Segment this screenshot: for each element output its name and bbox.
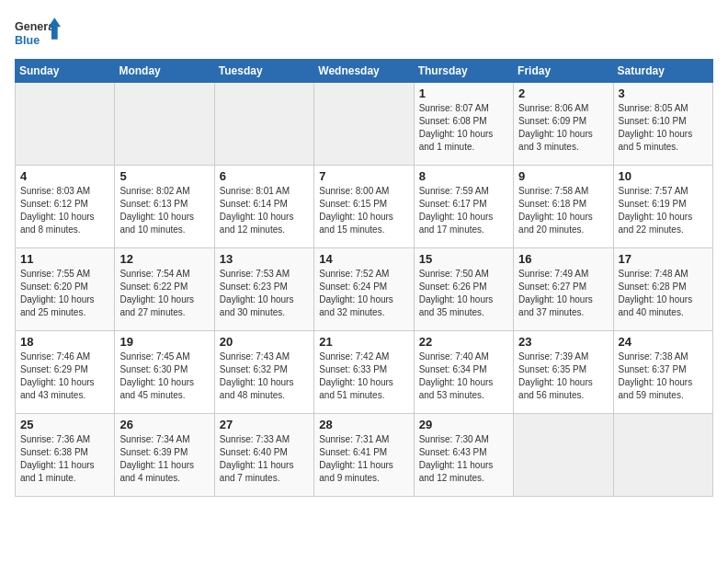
day-info: Sunrise: 7:36 AM Sunset: 6:38 PM Dayligh… <box>20 433 109 485</box>
calendar-week-1: 1Sunrise: 8:07 AM Sunset: 6:08 PM Daylig… <box>16 83 713 166</box>
calendar-cell: 14Sunrise: 7:52 AM Sunset: 6:24 PM Dayli… <box>314 248 414 331</box>
day-number: 25 <box>20 418 109 431</box>
day-number: 1 <box>419 86 508 100</box>
calendar-cell: 17Sunrise: 7:48 AM Sunset: 6:28 PM Dayli… <box>613 248 712 331</box>
day-number: 12 <box>119 252 209 266</box>
calendar-cell: 4Sunrise: 8:03 AM Sunset: 6:12 PM Daylig… <box>16 166 115 248</box>
calendar-cell: 29Sunrise: 7:30 AM Sunset: 6:43 PM Dayli… <box>414 414 513 497</box>
day-number: 29 <box>419 418 508 431</box>
day-info: Sunrise: 7:53 AM Sunset: 6:23 PM Dayligh… <box>220 268 309 319</box>
calendar-cell: 5Sunrise: 8:02 AM Sunset: 6:13 PM Daylig… <box>115 166 214 248</box>
calendar-cell: 24Sunrise: 7:38 AM Sunset: 6:37 PM Dayli… <box>613 331 712 414</box>
calendar-cell: 3Sunrise: 8:05 AM Sunset: 6:10 PM Daylig… <box>613 83 712 166</box>
day-header-tuesday: Tuesday <box>214 60 313 83</box>
day-number: 9 <box>518 169 608 183</box>
calendar-cell: 18Sunrise: 7:46 AM Sunset: 6:29 PM Dayli… <box>16 331 115 414</box>
day-number: 6 <box>220 169 309 183</box>
day-number: 21 <box>319 335 408 349</box>
calendar-cell <box>613 414 712 497</box>
calendar-cell: 26Sunrise: 7:34 AM Sunset: 6:39 PM Dayli… <box>115 414 214 497</box>
day-info: Sunrise: 7:49 AM Sunset: 6:27 PM Dayligh… <box>518 268 608 319</box>
day-number: 14 <box>319 252 408 266</box>
day-info: Sunrise: 7:54 AM Sunset: 6:22 PM Dayligh… <box>119 268 209 319</box>
day-header-saturday: Saturday <box>613 60 712 83</box>
logo-svg: General Blue <box>15 15 61 52</box>
calendar-cell: 27Sunrise: 7:33 AM Sunset: 6:40 PM Dayli… <box>214 414 313 497</box>
day-header-wednesday: Wednesday <box>314 60 414 83</box>
days-header-row: SundayMondayTuesdayWednesdayThursdayFrid… <box>16 60 713 83</box>
day-header-thursday: Thursday <box>414 60 513 83</box>
calendar-cell: 8Sunrise: 7:59 AM Sunset: 6:17 PM Daylig… <box>414 166 513 248</box>
calendar-cell: 2Sunrise: 8:06 AM Sunset: 6:09 PM Daylig… <box>514 83 613 166</box>
calendar-cell: 23Sunrise: 7:39 AM Sunset: 6:35 PM Dayli… <box>514 331 613 414</box>
day-number: 5 <box>119 169 209 183</box>
day-number: 15 <box>419 252 508 266</box>
day-info: Sunrise: 7:33 AM Sunset: 6:40 PM Dayligh… <box>220 433 309 485</box>
day-number: 10 <box>619 169 708 183</box>
calendar-body: 1Sunrise: 8:07 AM Sunset: 6:08 PM Daylig… <box>16 83 713 497</box>
day-info: Sunrise: 7:43 AM Sunset: 6:32 PM Dayligh… <box>220 350 309 402</box>
calendar-cell: 10Sunrise: 7:57 AM Sunset: 6:19 PM Dayli… <box>613 166 712 248</box>
day-info: Sunrise: 7:39 AM Sunset: 6:35 PM Dayligh… <box>518 350 608 402</box>
day-header-sunday: Sunday <box>16 60 115 83</box>
day-info: Sunrise: 7:58 AM Sunset: 6:18 PM Dayligh… <box>518 185 608 236</box>
day-number: 26 <box>119 418 209 431</box>
calendar-cell: 25Sunrise: 7:36 AM Sunset: 6:38 PM Dayli… <box>16 414 115 497</box>
day-info: Sunrise: 8:00 AM Sunset: 6:15 PM Dayligh… <box>319 185 408 236</box>
logo: General Blue <box>15 15 61 52</box>
calendar-week-5: 25Sunrise: 7:36 AM Sunset: 6:38 PM Dayli… <box>16 414 713 497</box>
calendar-cell: 20Sunrise: 7:43 AM Sunset: 6:32 PM Dayli… <box>214 331 313 414</box>
day-info: Sunrise: 8:05 AM Sunset: 6:10 PM Dayligh… <box>619 102 708 154</box>
calendar-cell: 21Sunrise: 7:42 AM Sunset: 6:33 PM Dayli… <box>314 331 414 414</box>
calendar-cell <box>314 83 414 166</box>
calendar-cell: 12Sunrise: 7:54 AM Sunset: 6:22 PM Dayli… <box>115 248 214 331</box>
day-number: 23 <box>518 335 608 349</box>
day-info: Sunrise: 7:42 AM Sunset: 6:33 PM Dayligh… <box>319 350 408 402</box>
day-info: Sunrise: 7:45 AM Sunset: 6:30 PM Dayligh… <box>119 350 209 402</box>
day-info: Sunrise: 7:48 AM Sunset: 6:28 PM Dayligh… <box>619 268 708 319</box>
calendar-table: SundayMondayTuesdayWednesdayThursdayFrid… <box>15 59 713 497</box>
calendar-cell <box>16 83 115 166</box>
day-number: 20 <box>220 335 309 349</box>
day-number: 7 <box>319 169 408 183</box>
day-number: 16 <box>518 252 608 266</box>
day-header-monday: Monday <box>115 60 214 83</box>
calendar-cell: 15Sunrise: 7:50 AM Sunset: 6:26 PM Dayli… <box>414 248 513 331</box>
day-number: 22 <box>419 335 508 349</box>
day-info: Sunrise: 8:07 AM Sunset: 6:08 PM Dayligh… <box>419 102 508 154</box>
day-number: 17 <box>619 252 708 266</box>
day-info: Sunrise: 7:34 AM Sunset: 6:39 PM Dayligh… <box>119 433 209 485</box>
day-info: Sunrise: 7:57 AM Sunset: 6:19 PM Dayligh… <box>619 185 708 236</box>
day-info: Sunrise: 7:52 AM Sunset: 6:24 PM Dayligh… <box>319 268 408 319</box>
calendar-cell <box>214 83 313 166</box>
calendar-cell <box>115 83 214 166</box>
day-info: Sunrise: 8:01 AM Sunset: 6:14 PM Dayligh… <box>220 185 309 236</box>
day-number: 18 <box>20 335 109 349</box>
day-info: Sunrise: 7:50 AM Sunset: 6:26 PM Dayligh… <box>419 268 508 319</box>
day-info: Sunrise: 8:02 AM Sunset: 6:13 PM Dayligh… <box>119 185 209 236</box>
day-number: 24 <box>619 335 708 349</box>
calendar-cell: 19Sunrise: 7:45 AM Sunset: 6:30 PM Dayli… <box>115 331 214 414</box>
day-number: 13 <box>220 252 309 266</box>
day-info: Sunrise: 8:06 AM Sunset: 6:09 PM Dayligh… <box>518 102 608 154</box>
day-info: Sunrise: 7:46 AM Sunset: 6:29 PM Dayligh… <box>20 350 109 402</box>
page-header: General Blue <box>15 15 713 52</box>
day-number: 27 <box>220 418 309 431</box>
day-header-friday: Friday <box>514 60 613 83</box>
calendar-week-3: 11Sunrise: 7:55 AM Sunset: 6:20 PM Dayli… <box>16 248 713 331</box>
day-info: Sunrise: 7:40 AM Sunset: 6:34 PM Dayligh… <box>419 350 508 402</box>
day-info: Sunrise: 7:38 AM Sunset: 6:37 PM Dayligh… <box>619 350 708 402</box>
svg-text:Blue: Blue <box>15 34 40 47</box>
calendar-cell: 7Sunrise: 8:00 AM Sunset: 6:15 PM Daylig… <box>314 166 414 248</box>
calendar-cell: 13Sunrise: 7:53 AM Sunset: 6:23 PM Dayli… <box>214 248 313 331</box>
day-number: 4 <box>20 169 109 183</box>
calendar-cell: 16Sunrise: 7:49 AM Sunset: 6:27 PM Dayli… <box>514 248 613 331</box>
calendar-cell: 1Sunrise: 8:07 AM Sunset: 6:08 PM Daylig… <box>414 83 513 166</box>
calendar-cell <box>514 414 613 497</box>
day-info: Sunrise: 8:03 AM Sunset: 6:12 PM Dayligh… <box>20 185 109 236</box>
day-info: Sunrise: 7:31 AM Sunset: 6:41 PM Dayligh… <box>319 433 408 485</box>
day-number: 11 <box>20 252 109 266</box>
calendar-cell: 9Sunrise: 7:58 AM Sunset: 6:18 PM Daylig… <box>514 166 613 248</box>
calendar-cell: 22Sunrise: 7:40 AM Sunset: 6:34 PM Dayli… <box>414 331 513 414</box>
calendar-cell: 11Sunrise: 7:55 AM Sunset: 6:20 PM Dayli… <box>16 248 115 331</box>
